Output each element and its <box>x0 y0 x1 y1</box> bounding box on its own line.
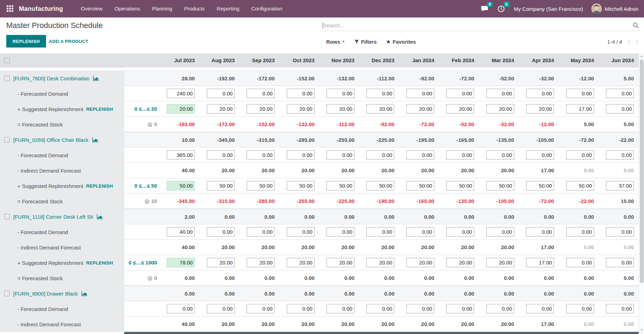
company-switcher[interactable]: My Company (San Francisco) <box>514 6 583 12</box>
forecast-demand-input[interactable] <box>287 150 315 160</box>
replenish-qty-input[interactable] <box>406 258 434 267</box>
forecast-demand-input[interactable] <box>327 89 354 98</box>
product-checkbox[interactable] <box>4 291 10 296</box>
replenish-qty-input[interactable] <box>366 181 394 190</box>
product-link[interactable]: [FURN_7800] Desk Combination <box>13 75 89 81</box>
replenish-qty-input[interactable] <box>526 181 554 190</box>
replenish-qty-input[interactable] <box>327 258 354 267</box>
forecast-demand-input[interactable] <box>526 304 554 313</box>
forecast-demand-input[interactable] <box>287 304 315 313</box>
forecast-demand-input[interactable] <box>446 304 474 313</box>
forecast-demand-input[interactable] <box>526 227 554 237</box>
row-replenish-button[interactable]: REPLENISH <box>86 260 113 266</box>
vertical-scroll-thumb[interactable] <box>640 59 644 283</box>
forecast-demand-input[interactable] <box>486 89 514 98</box>
replenish-range[interactable]: 0 ≤…≤ 1000 <box>128 260 157 266</box>
forecast-demand-input[interactable] <box>526 150 554 160</box>
forecast-demand-input[interactable] <box>406 150 434 160</box>
product-link[interactable]: [FURN_0269] Office Chair Black <box>13 137 89 143</box>
filters-button[interactable]: Filters <box>354 39 377 45</box>
menu-operations[interactable]: Operations <box>108 0 146 17</box>
forecast-demand-input[interactable] <box>606 227 634 237</box>
scroll-down-icon[interactable]: ▼ <box>639 327 644 333</box>
replenish-qty-input[interactable] <box>486 258 514 267</box>
horizontal-scroll-thumb[interactable] <box>124 332 639 334</box>
forecast-demand-input[interactable] <box>446 150 474 160</box>
forecast-demand-input[interactable] <box>486 150 514 160</box>
search-input[interactable] <box>323 22 633 28</box>
forecast-demand-input[interactable] <box>606 150 634 160</box>
replenish-qty-input[interactable] <box>606 181 634 190</box>
area-chart-icon[interactable] <box>81 291 87 296</box>
area-chart-icon[interactable] <box>93 76 99 81</box>
forecast-demand-input[interactable] <box>287 89 315 98</box>
forecast-demand-input[interactable] <box>446 89 474 98</box>
forecast-demand-input[interactable] <box>566 304 594 313</box>
apps-grid-icon[interactable] <box>4 3 16 15</box>
forecast-demand-input[interactable] <box>446 227 474 237</box>
replenish-qty-input[interactable] <box>167 181 195 190</box>
menu-products[interactable]: Products <box>178 0 211 17</box>
replenish-qty-input[interactable] <box>606 104 634 114</box>
replenish-qty-input[interactable] <box>406 181 434 190</box>
replenish-qty-input[interactable] <box>247 104 275 114</box>
horizontal-scrollbar[interactable] <box>124 332 639 334</box>
favorites-button[interactable]: ★ Favorites <box>386 39 416 45</box>
menu-overview[interactable]: Overview <box>75 0 109 17</box>
replenish-qty-input[interactable] <box>446 258 474 267</box>
rows-dropdown[interactable]: Rows ▼ <box>326 39 345 45</box>
replenish-range[interactable]: 0 ≤…≤ 20 <box>134 106 157 112</box>
product-checkbox[interactable] <box>4 137 10 143</box>
replenish-qty-input[interactable] <box>207 104 235 114</box>
replenish-qty-input[interactable] <box>167 258 195 267</box>
scroll-up-icon[interactable]: ▲ <box>639 53 644 59</box>
replenish-qty-input[interactable] <box>446 104 474 114</box>
forecast-demand-input[interactable] <box>287 227 315 237</box>
forecast-demand-input[interactable] <box>366 304 394 313</box>
product-checkbox[interactable] <box>4 75 10 81</box>
forecast-demand-input[interactable] <box>406 227 434 237</box>
forecast-demand-input[interactable] <box>327 227 354 237</box>
replenish-qty-input[interactable] <box>526 104 554 114</box>
forecast-demand-input[interactable] <box>207 227 235 237</box>
forecast-demand-input[interactable] <box>406 304 434 313</box>
menu-reporting[interactable]: Reporting <box>211 0 245 17</box>
replenish-qty-input[interactable] <box>366 104 394 114</box>
replenish-qty-input[interactable] <box>366 258 394 267</box>
forecast-demand-input[interactable] <box>406 89 434 98</box>
replenish-qty-input[interactable] <box>327 181 354 190</box>
replenish-range[interactable]: 0 ≤…≤ 50 <box>134 183 157 189</box>
forecast-demand-input[interactable] <box>167 227 195 237</box>
product-link[interactable]: [FURN_1118] Corner Desk Left Sit <box>13 214 93 220</box>
replenish-qty-input[interactable] <box>167 104 195 114</box>
forecast-demand-input[interactable] <box>207 304 235 313</box>
replenish-qty-input[interactable] <box>207 181 235 190</box>
replenish-qty-input[interactable] <box>247 258 275 267</box>
replenish-qty-input[interactable] <box>526 258 554 267</box>
forecast-demand-input[interactable] <box>247 304 275 313</box>
replenish-qty-input[interactable] <box>247 181 275 190</box>
product-link[interactable]: [FURN_8900] Drawer Black <box>13 291 78 297</box>
area-chart-icon[interactable] <box>97 214 103 219</box>
replenish-qty-input[interactable] <box>287 258 315 267</box>
replenish-qty-input[interactable] <box>566 181 594 190</box>
app-title[interactable]: Manufacturing <box>19 5 63 13</box>
forecast-demand-input[interactable] <box>486 227 514 237</box>
replenish-button[interactable]: REPLENISH <box>6 35 46 48</box>
forecast-demand-input[interactable] <box>486 304 514 313</box>
forecast-demand-input[interactable] <box>247 150 275 160</box>
replenish-qty-input[interactable] <box>446 181 474 190</box>
replenish-qty-input[interactable] <box>566 258 594 267</box>
menu-configuration[interactable]: Configuration <box>245 0 288 17</box>
user-menu[interactable]: Mitchell Admin <box>591 3 638 14</box>
forecast-demand-input[interactable] <box>566 89 594 98</box>
forecast-demand-input[interactable] <box>606 89 634 98</box>
forecast-demand-input[interactable] <box>366 150 394 160</box>
replenish-qty-input[interactable] <box>207 258 235 267</box>
forecast-demand-input[interactable] <box>327 150 354 160</box>
replenish-qty-input[interactable] <box>566 104 594 114</box>
vertical-scrollbar[interactable]: ▲ ▼ <box>639 53 644 334</box>
product-checkbox[interactable] <box>4 214 10 219</box>
search-icon[interactable] <box>633 22 639 28</box>
forecast-demand-input[interactable] <box>207 89 235 98</box>
